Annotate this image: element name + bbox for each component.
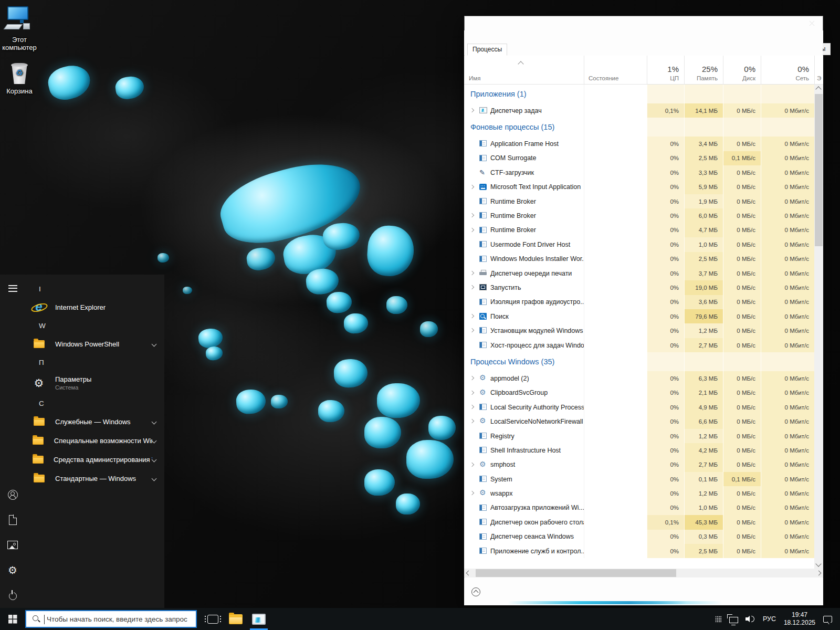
scroll-up-icon[interactable] bbox=[815, 86, 821, 92]
desktop-icon-recycle-bin[interactable]: ♻ Корзина bbox=[0, 57, 42, 95]
app-list-letter-header[interactable]: С bbox=[25, 394, 164, 412]
vertical-scroll-thumb[interactable] bbox=[815, 94, 823, 246]
title-bar[interactable]: Диспетчер задач bbox=[464, 16, 823, 30]
process-row[interactable]: Runtime Broker0%6,0 МБ0 МБ/с0 Мбит/с bbox=[464, 208, 814, 223]
expand-chevron-icon[interactable] bbox=[470, 462, 474, 466]
process-row[interactable]: ⚙LocalServiceNoNetworkFirewall ...0%6,6 … bbox=[464, 414, 814, 428]
power-button[interactable] bbox=[0, 583, 25, 608]
column-header-name[interactable]: Имя bbox=[464, 56, 584, 84]
process-row[interactable]: Установщик модулей Windows0%1,2 МБ0 МБ/с… bbox=[464, 323, 814, 338]
chevron-down-icon[interactable] bbox=[152, 476, 157, 481]
process-row[interactable]: Runtime Broker0%1,9 МБ0 МБ/с0 Мбит/с bbox=[464, 194, 814, 208]
user-account-button[interactable] bbox=[0, 482, 25, 507]
expand-chevron-icon[interactable] bbox=[470, 108, 474, 112]
settings-button[interactable]: ⚙ bbox=[0, 558, 25, 583]
process-row[interactable]: Registry0%1,2 МБ0 МБ/с0 Мбит/с bbox=[464, 429, 814, 443]
expand-chevron-icon[interactable] bbox=[470, 328, 474, 332]
expand-chevron-icon[interactable] bbox=[470, 491, 474, 495]
start-menu-item[interactable]: eInternet Explorer bbox=[25, 298, 164, 317]
tab-processes[interactable]: Процессы bbox=[467, 44, 507, 56]
expand-chevron-icon[interactable] bbox=[470, 271, 474, 275]
start-menu-item[interactable]: Windows PowerShell bbox=[25, 334, 164, 353]
expand-chevron-icon[interactable] bbox=[470, 390, 474, 394]
process-row[interactable]: System0%0,1 МБ0,1 МБ/с0 Мбит/с bbox=[464, 472, 814, 486]
process-row[interactable]: Local Security Authority Process...0%4,9… bbox=[464, 400, 814, 414]
expand-chevron-icon[interactable] bbox=[470, 405, 474, 409]
process-row[interactable]: COM Surrogate0%2,5 МБ0,1 МБ/с0 Мбит/с bbox=[464, 151, 814, 165]
start-menu-item[interactable]: Средства администрирования W... bbox=[25, 450, 164, 469]
expand-chevron-icon[interactable] bbox=[470, 285, 474, 289]
scroll-left-icon[interactable] bbox=[466, 570, 471, 575]
process-row[interactable]: Диспетчер очереди печати0%3,7 МБ0 МБ/с0 … bbox=[464, 266, 814, 280]
column-header-memory[interactable]: 25% Память bbox=[684, 56, 723, 84]
process-row[interactable]: Диспетчер задач0,1%14,1 МБ0 МБ/с0 Мбит/с bbox=[464, 103, 814, 118]
search-input[interactable] bbox=[45, 611, 196, 627]
expand-chevron-icon[interactable] bbox=[470, 227, 474, 232]
process-row[interactable]: Application Frame Host0%3,4 МБ0 МБ/с0 Мб… bbox=[464, 136, 814, 151]
expand-chevron-icon[interactable] bbox=[470, 419, 474, 423]
desktop-icon-this-pc[interactable]: Этот компьютер bbox=[0, 5, 42, 51]
process-row[interactable]: Диспетчер окон рабочего стола0,1%45,3 МБ… bbox=[464, 515, 814, 529]
process-row[interactable]: Usermode Font Driver Host0%1,0 МБ0 МБ/с0… bbox=[464, 237, 814, 251]
horizontal-scrollbar[interactable] bbox=[464, 569, 823, 578]
column-header-disk[interactable]: 0% Диск bbox=[723, 56, 761, 84]
process-row[interactable]: ✎CTF-загрузчик0%3,3 МБ0 МБ/с0 Мбит/с bbox=[464, 165, 814, 180]
app-list-letter-header[interactable]: I bbox=[25, 280, 164, 298]
horizontal-scroll-thumb[interactable] bbox=[476, 569, 676, 577]
action-center-button[interactable] bbox=[820, 608, 836, 630]
process-row[interactable]: Shell Infrastructure Host0%4,2 МБ0 МБ/с0… bbox=[464, 443, 814, 457]
process-group-header[interactable]: Процессы Windows (35) bbox=[464, 352, 814, 371]
process-row[interactable]: Поиск0%79,6 МБ0 МБ/с0 Мбит/с bbox=[464, 309, 814, 323]
column-header-cpu[interactable]: 1% ЦП bbox=[647, 56, 684, 84]
column-header-status[interactable]: Состояние bbox=[584, 56, 647, 84]
chevron-down-icon[interactable] bbox=[152, 457, 157, 462]
process-row[interactable]: Хост-процесс для задач Windo...0%2,7 МБ0… bbox=[464, 338, 814, 352]
network-status-button[interactable] bbox=[726, 608, 742, 630]
process-row[interactable]: Runtime Broker0%4,7 МБ0 МБ/с0 Мбит/с bbox=[464, 223, 814, 237]
app-list-letter-header[interactable]: W bbox=[25, 317, 164, 334]
task-manager-taskbar-button[interactable] bbox=[247, 608, 270, 630]
tray-app-grid-button[interactable] bbox=[711, 608, 726, 630]
scroll-right-icon[interactable] bbox=[816, 570, 822, 575]
start-button[interactable] bbox=[0, 608, 25, 630]
chevron-down-icon[interactable] bbox=[152, 438, 157, 443]
volume-button[interactable] bbox=[742, 608, 759, 630]
process-row[interactable]: Диспетчер сеанса Windows0%0,3 МБ0 МБ/с0 … bbox=[464, 530, 814, 544]
process-row[interactable]: ⚙smphost0%2,7 МБ0 МБ/с0 Мбит/с bbox=[464, 458, 814, 472]
start-menu-item[interactable]: ⚙ПараметрыСистема bbox=[25, 371, 164, 394]
process-row[interactable]: ⚙appmodel (2)0%6,3 МБ0 МБ/с0 Мбит/с bbox=[464, 371, 814, 385]
start-menu-item[interactable]: Специальные возможности Win... bbox=[25, 431, 164, 450]
pictures-button[interactable] bbox=[0, 532, 25, 558]
process-row[interactable]: ⚙wsappx0%1,2 МБ0 МБ/с0 Мбит/с bbox=[464, 486, 814, 500]
process-group-header[interactable]: Фоновые процессы (15) bbox=[464, 118, 814, 136]
chevron-down-icon[interactable] bbox=[152, 341, 157, 346]
taskbar-search-box[interactable] bbox=[25, 610, 197, 628]
file-explorer-button[interactable] bbox=[224, 608, 247, 630]
column-header-extra[interactable]: Э bbox=[814, 56, 823, 84]
start-menu-item[interactable]: Служебные — Windows bbox=[25, 412, 164, 431]
scroll-down-icon[interactable] bbox=[815, 561, 821, 566]
chevron-down-icon[interactable] bbox=[152, 419, 157, 424]
task-view-button[interactable] bbox=[201, 608, 224, 630]
expand-chevron-icon[interactable] bbox=[470, 314, 474, 318]
water-drop bbox=[420, 321, 438, 337]
start-menu-item[interactable]: Стандартные — Windows bbox=[25, 469, 164, 488]
vertical-scrollbar[interactable] bbox=[814, 85, 823, 569]
clock[interactable]: 19:47 18.12.2025 bbox=[780, 611, 820, 627]
documents-button[interactable] bbox=[0, 507, 25, 532]
expand-chevron-icon[interactable] bbox=[470, 184, 474, 188]
process-row[interactable]: Автозагрузка приложений Wi...0%1,0 МБ0 М… bbox=[464, 501, 814, 515]
expand-chevron-icon[interactable] bbox=[470, 376, 474, 380]
app-list-letter-header[interactable]: П bbox=[25, 353, 164, 371]
process-row[interactable]: Запустить0%19,0 МБ0 МБ/с0 Мбит/с bbox=[464, 280, 814, 295]
process-row[interactable]: ⚙ClipboardSvcGroup0%2,1 МБ0 МБ/с0 Мбит/с bbox=[464, 386, 814, 400]
expand-chevron-icon[interactable] bbox=[470, 213, 474, 217]
process-row[interactable]: Windows Modules Installer Wor...0%2,5 МБ… bbox=[464, 252, 814, 266]
process-row[interactable]: Microsoft Text Input Application0%5,9 МБ… bbox=[464, 180, 814, 194]
column-header-network[interactable]: 0% Сеть bbox=[761, 56, 814, 84]
process-row[interactable]: Приложение служб и контрол...0%2,5 МБ0 М… bbox=[464, 544, 814, 558]
process-row[interactable]: Изоляция графов аудиоустро...0%3,6 МБ0 М… bbox=[464, 295, 814, 309]
language-indicator[interactable]: РУС bbox=[759, 608, 780, 630]
expand-menu-button[interactable] bbox=[0, 276, 25, 301]
process-group-header[interactable]: Приложения (1) bbox=[464, 85, 814, 103]
